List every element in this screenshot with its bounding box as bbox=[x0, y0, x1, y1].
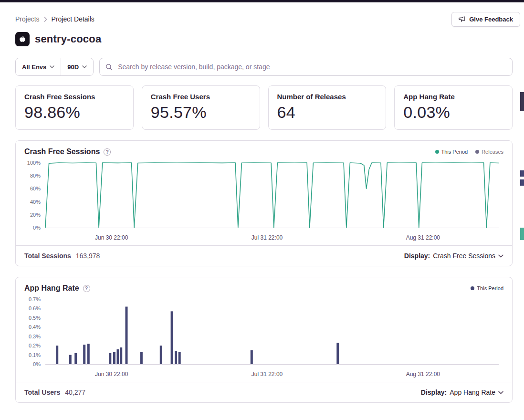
breadcrumb-projects-link[interactable]: Projects bbox=[15, 15, 40, 23]
svg-text:0.3%: 0.3% bbox=[29, 334, 41, 339]
total-users: Total Users 40,277 bbox=[24, 388, 85, 396]
project-details-page: Projects Project Details Give Feedback s… bbox=[0, 2, 524, 403]
total-label: Total Sessions bbox=[24, 252, 71, 260]
svg-text:0%: 0% bbox=[33, 361, 41, 367]
svg-text:Jun 30 22:00: Jun 30 22:00 bbox=[95, 371, 128, 378]
search-icon bbox=[105, 63, 113, 71]
svg-text:Jul 31 22:00: Jul 31 22:00 bbox=[252, 234, 283, 241]
svg-text:0%: 0% bbox=[33, 225, 41, 231]
chart-legend: This Period bbox=[471, 285, 503, 291]
svg-text:0.7%: 0.7% bbox=[29, 296, 41, 302]
legend-dot-icon bbox=[435, 150, 439, 154]
chevron-right-icon bbox=[44, 17, 47, 22]
svg-text:20%: 20% bbox=[30, 212, 41, 218]
stats-summary-row: Crash Free Sessions 98.86% Crash Free Us… bbox=[15, 85, 513, 130]
legend-item[interactable]: Releases bbox=[475, 149, 503, 155]
svg-text:0.1%: 0.1% bbox=[29, 352, 41, 358]
stat-label: Crash Free Sessions bbox=[24, 93, 125, 101]
total-label: Total Users bbox=[24, 388, 60, 396]
megaphone-icon bbox=[459, 16, 465, 22]
release-search-input[interactable] bbox=[117, 63, 506, 71]
clipped-content-artifact bbox=[520, 179, 524, 186]
stat-value: 95.57% bbox=[151, 103, 251, 122]
give-feedback-button[interactable]: Give Feedback bbox=[451, 12, 520, 27]
give-feedback-label: Give Feedback bbox=[469, 16, 513, 23]
crash-free-sessions-chart[interactable]: 0%20%40%60%80%100%Jun 30 22:00Jul 31 22:… bbox=[16, 157, 512, 245]
clipped-content-artifact bbox=[520, 170, 524, 177]
legend-item[interactable]: This Period bbox=[471, 285, 503, 291]
legend-label: Releases bbox=[482, 149, 503, 155]
panel-footer: Total Sessions 163,978 Display: Crash Fr… bbox=[16, 245, 512, 266]
project-title-row: sentry-cocoa bbox=[15, 32, 513, 46]
legend-item[interactable]: This Period bbox=[435, 149, 468, 155]
svg-text:40%: 40% bbox=[30, 199, 41, 205]
stat-value: 0.03% bbox=[403, 103, 503, 122]
legend-label: This Period bbox=[477, 285, 503, 291]
app-hang-rate-help-icon[interactable]: ? bbox=[83, 285, 90, 292]
svg-text:100%: 100% bbox=[27, 160, 41, 166]
svg-text:Jun 30 22:00: Jun 30 22:00 bbox=[95, 234, 128, 241]
chevron-down-icon bbox=[498, 254, 503, 258]
legend-dot-icon bbox=[471, 286, 474, 290]
display-selector[interactable]: Display: Crash Free Sessions bbox=[404, 252, 503, 260]
breadcrumb: Projects Project Details bbox=[15, 15, 94, 23]
date-range-label: 90D bbox=[67, 63, 79, 71]
stat-card-number-of-releases: Number of Releases 64 bbox=[268, 85, 387, 130]
page-header: Projects Project Details Give Feedback bbox=[15, 11, 520, 27]
svg-text:60%: 60% bbox=[30, 186, 41, 191]
crash-free-sessions-help-icon[interactable]: ? bbox=[104, 148, 111, 156]
panel-header: App Hang Rate ? This Period bbox=[16, 277, 512, 294]
svg-text:0.6%: 0.6% bbox=[29, 305, 41, 311]
stat-card-crash-free-users: Crash Free Users 95.57% bbox=[142, 85, 260, 130]
crash-free-sessions-panel: Crash Free Sessions ? This PeriodRelease… bbox=[15, 140, 513, 266]
total-sessions: Total Sessions 163,978 bbox=[24, 252, 100, 260]
chart-legend: This PeriodReleases bbox=[435, 149, 504, 155]
chevron-down-icon bbox=[50, 65, 54, 68]
clipped-content-artifact bbox=[520, 92, 524, 111]
environment-filter-label: All Envs bbox=[22, 63, 46, 71]
panel-header: Crash Free Sessions ? This PeriodRelease… bbox=[16, 141, 512, 157]
app-hang-rate-panel: App Hang Rate ? This Period 0%0.1%0.2%0.… bbox=[15, 277, 513, 403]
legend-label: This Period bbox=[441, 149, 468, 155]
chevron-down-icon bbox=[82, 65, 87, 68]
environment-filter-dropdown[interactable]: All Envs bbox=[16, 58, 61, 75]
svg-text:0.2%: 0.2% bbox=[29, 343, 41, 348]
stat-value: 98.86% bbox=[24, 103, 125, 122]
legend-dot-icon bbox=[475, 150, 479, 154]
total-value: 40,277 bbox=[65, 388, 85, 396]
date-range-dropdown[interactable]: 90D bbox=[61, 58, 93, 75]
stat-value: 64 bbox=[277, 103, 377, 122]
stat-card-app-hang-rate: App Hang Rate 0.03% bbox=[394, 85, 513, 130]
svg-text:0.4%: 0.4% bbox=[29, 324, 41, 330]
stat-card-crash-free-sessions: Crash Free Sessions 98.86% bbox=[15, 85, 134, 130]
clipped-content-artifact bbox=[520, 228, 524, 240]
stat-label: App Hang Rate bbox=[403, 93, 503, 101]
display-value: App Hang Rate bbox=[450, 388, 495, 396]
breadcrumb-current: Project Details bbox=[52, 15, 94, 23]
panel-title: Crash Free Sessions bbox=[24, 147, 100, 156]
panel-title: App Hang Rate bbox=[24, 284, 79, 293]
panel-footer: Total Users 40,277 Display: App Hang Rat… bbox=[16, 382, 512, 402]
svg-text:0.5%: 0.5% bbox=[29, 315, 41, 321]
display-selector[interactable]: Display: App Hang Rate bbox=[421, 388, 503, 396]
stat-label: Number of Releases bbox=[277, 93, 377, 101]
release-search-box bbox=[99, 58, 513, 76]
filter-bar: All Envs 90D bbox=[15, 58, 513, 76]
project-title: sentry-cocoa bbox=[35, 33, 101, 45]
total-value: 163,978 bbox=[76, 252, 100, 260]
display-value: Crash Free Sessions bbox=[433, 252, 495, 260]
app-hang-rate-chart[interactable]: 0%0.1%0.2%0.3%0.4%0.5%0.6%0.7%Jun 30 22:… bbox=[16, 294, 512, 382]
svg-text:Aug 31 22:00: Aug 31 22:00 bbox=[406, 234, 440, 241]
chevron-down-icon bbox=[498, 391, 503, 394]
apple-platform-icon bbox=[15, 32, 30, 46]
stat-label: Crash Free Users bbox=[151, 93, 251, 101]
svg-text:Jul 31 22:00: Jul 31 22:00 bbox=[252, 371, 283, 378]
filter-dropdown-group: All Envs 90D bbox=[15, 58, 94, 76]
display-label: Display: bbox=[404, 252, 430, 260]
svg-text:Aug 31 22:00: Aug 31 22:00 bbox=[406, 371, 440, 378]
display-label: Display: bbox=[421, 388, 447, 396]
svg-text:80%: 80% bbox=[30, 173, 41, 178]
